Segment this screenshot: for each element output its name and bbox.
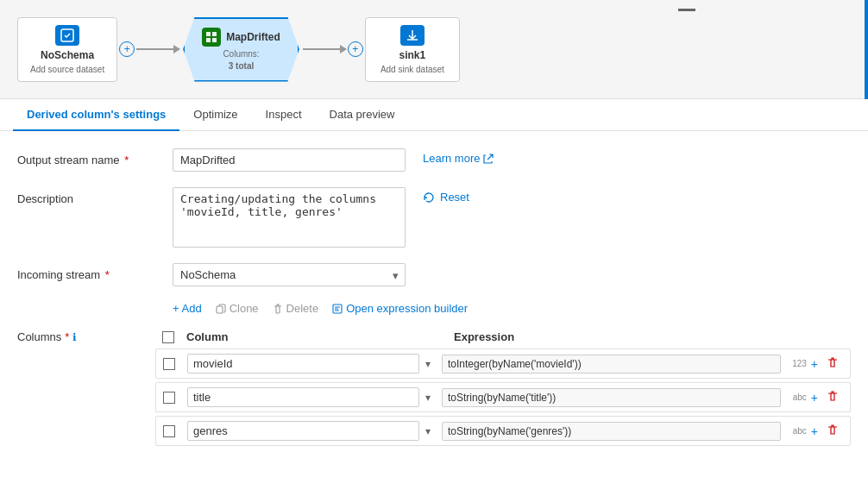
row2-expr-field: abc — [433, 388, 807, 407]
row1-expr-input[interactable] — [442, 355, 781, 374]
external-link-icon — [483, 154, 494, 164]
description-label: Description — [17, 187, 155, 205]
arrow-2 — [303, 48, 346, 50]
row3-add-btn[interactable]: + — [807, 422, 822, 441]
row1-delete-icon — [827, 356, 839, 368]
tab-inspect[interactable]: Inspect — [252, 99, 316, 131]
node-mapdrifted-box[interactable]: MapDrifted Columns: 3 total — [183, 17, 299, 82]
svg-rect-0 — [206, 32, 211, 36]
row3-expr-input[interactable] — [442, 422, 781, 441]
svg-rect-2 — [206, 38, 211, 42]
row2-add-btn[interactable]: + — [807, 388, 822, 407]
row3-checkbox[interactable] — [163, 425, 175, 437]
row2-name-input[interactable] — [187, 387, 419, 407]
row1-expr-field: 123 — [433, 355, 807, 374]
node-noschema-label: NoSchema — [41, 49, 94, 61]
incoming-stream-select-wrapper: NoSchema — [173, 263, 406, 286]
node-mapdrifted-label: MapDrifted — [226, 31, 280, 43]
row3-name-field: ▾ — [187, 421, 433, 441]
arrow-1 — [136, 48, 179, 50]
incoming-stream-label: Incoming stream * — [17, 263, 155, 281]
incoming-stream-select[interactable]: NoSchema — [173, 263, 406, 286]
row2-type-badge: abc — [786, 392, 807, 402]
delete-label: Delete — [286, 302, 319, 315]
description-row: Description Creating/updating the column… — [17, 187, 851, 248]
incoming-stream-row: Incoming stream * NoSchema — [17, 263, 851, 286]
expression-builder-icon — [332, 304, 343, 314]
header-checkbox[interactable] — [162, 331, 174, 343]
minimize-bar — [678, 9, 695, 11]
reset-button[interactable]: Reset — [423, 191, 469, 204]
svg-rect-4 — [217, 306, 223, 313]
row2-name-field: ▾ — [187, 387, 433, 407]
learn-more-button[interactable]: Learn more — [423, 152, 494, 165]
open-expr-label: Open expression builder — [346, 302, 468, 315]
node-sink1[interactable]: sink1 Add sink dataset — [365, 17, 460, 82]
output-stream-input[interactable] — [173, 148, 406, 172]
output-stream-row: Output stream name * Learn more — [17, 148, 851, 172]
row2-delete-icon — [827, 390, 839, 402]
column-row-2-wrapper: ▾ abc + — [17, 382, 851, 416]
clone-icon — [216, 304, 226, 314]
node-sink1-box[interactable]: sink1 Add sink dataset — [365, 17, 460, 82]
columns-info-icon[interactable]: ℹ — [72, 331, 77, 343]
column-row-1-wrapper: ▾ 123 + — [17, 348, 851, 382]
row1-type-badge: 123 — [786, 359, 807, 368]
side-border — [865, 0, 868, 99]
map-icon — [202, 28, 221, 47]
row1-delete-btn[interactable] — [822, 354, 843, 374]
row2-dropdown-btn[interactable]: ▾ — [423, 389, 433, 406]
node-noschema-sublabel: Add source dataset — [30, 65, 104, 74]
side-actions: Learn more — [423, 148, 494, 165]
clone-label: Clone — [230, 302, 259, 315]
column-row-2: ▾ abc + — [155, 382, 851, 412]
delete-column-button[interactable]: Delete — [273, 302, 319, 315]
node-noschema-box[interactable]: NoSchema Add source dataset — [17, 17, 117, 82]
add-connector-btn-1[interactable]: + — [119, 41, 135, 57]
pipeline-header: NoSchema Add source dataset + MapDrifted — [0, 0, 868, 99]
row1-name-input[interactable] — [187, 354, 419, 374]
node-noschema[interactable]: NoSchema Add source dataset — [17, 17, 117, 82]
open-expression-builder-button[interactable]: Open expression builder — [332, 302, 468, 315]
node-mapdrifted-sublabel2: 3 total — [229, 61, 254, 71]
settings-panel: Output stream name * Learn more Descript… — [0, 131, 868, 490]
reset-icon — [423, 191, 435, 204]
row1-name-field: ▾ — [187, 354, 433, 374]
columns-rows-container: ▾ 123 + — [17, 348, 851, 449]
clone-column-button[interactable]: Clone — [216, 302, 259, 315]
column-header-expression: Expression — [454, 330, 844, 343]
node-sink1-sublabel: Add sink dataset — [381, 65, 444, 74]
svg-rect-3 — [212, 38, 217, 42]
column-row-1: ▾ 123 + — [155, 348, 851, 379]
tab-optimize[interactable]: Optimize — [179, 99, 251, 131]
node-mapdrifted-sublabel1: Columns: — [223, 49, 259, 59]
node-sink1-label: sink1 — [399, 49, 426, 61]
column-row-3: ▾ abc + — [155, 416, 851, 446]
row2-delete-btn[interactable] — [822, 387, 843, 407]
add-column-button[interactable]: + Add — [173, 302, 202, 315]
column-header-name: Column — [186, 330, 454, 343]
delete-icon — [273, 304, 283, 314]
columns-section: + Add Clone Delete Open expressi — [17, 302, 851, 449]
node-mapdrifted[interactable]: MapDrifted Columns: 3 total — [183, 17, 299, 82]
tabs-bar: Derived column's settings Optimize Inspe… — [0, 99, 868, 131]
row3-delete-btn[interactable] — [822, 421, 843, 441]
row3-type-badge: abc — [786, 426, 807, 436]
row1-dropdown-btn[interactable]: ▾ — [423, 355, 433, 373]
description-input[interactable]: Creating/updating the columns 'movieId, … — [173, 187, 406, 248]
tab-preview[interactable]: Data preview — [316, 99, 409, 131]
row2-expr-input[interactable] — [442, 388, 781, 407]
tab-derived[interactable]: Derived column's settings — [13, 99, 179, 131]
row3-dropdown-btn[interactable]: ▾ — [423, 423, 433, 440]
columns-header-row: Columns * ℹ Column Expression — [17, 325, 851, 348]
add-connector-btn-2[interactable]: + — [348, 41, 363, 57]
sink-icon — [400, 25, 425, 46]
row1-checkbox[interactable] — [163, 358, 175, 370]
row2-checkbox[interactable] — [163, 392, 175, 404]
row3-expr-field: abc — [433, 422, 807, 441]
source-icon — [55, 25, 79, 46]
reset-side-actions: Reset — [423, 187, 469, 204]
row3-name-input[interactable] — [187, 421, 419, 441]
columns-form-label: Columns * ℹ — [17, 330, 155, 343]
row1-add-btn[interactable]: + — [807, 355, 822, 374]
